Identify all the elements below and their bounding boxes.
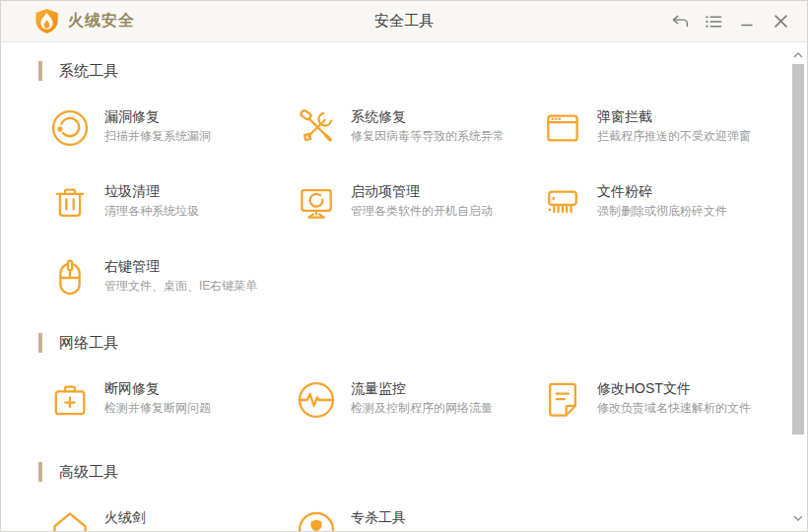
section-system-tools: 系统工具 漏洞修复 扫描并修复系统漏洞 — [1, 61, 807, 300]
tool-title: 系统修复 — [351, 109, 505, 124]
scroll-down-button[interactable] — [791, 511, 805, 525]
file-shred-icon — [541, 181, 584, 225]
menu-icon — [706, 15, 722, 29]
tool-title: 启动项管理 — [351, 184, 493, 199]
tool-network-fix[interactable]: 断网修复 检测并修复断网问题 — [48, 378, 295, 423]
startup-manage-icon — [295, 181, 338, 225]
tools-grid: 断网修复 检测并修复断网问题 流量监控 检测及控制程序的网络流量 — [48, 378, 807, 423]
minimize-icon — [741, 16, 753, 28]
tool-huorong-sword[interactable]: 火绒剑 — [48, 507, 295, 532]
tool-title: 断网修复 — [104, 381, 211, 396]
mouse-icon — [48, 256, 92, 299]
tool-startup-manage[interactable]: 启动项管理 管理各类软件的开机自启动 — [295, 181, 541, 226]
tool-traffic-monitor[interactable]: 流量监控 检测及控制程序的网络流量 — [295, 378, 541, 423]
titlebar: 火绒安全 安全工具 — [1, 1, 807, 42]
section-header: 网络工具 — [38, 333, 807, 353]
traffic-monitor-icon — [295, 378, 338, 422]
tool-desc: 检测及控制程序的网络流量 — [351, 402, 493, 415]
section-advanced-tools: 高级工具 火绒剑 — [1, 462, 807, 532]
tool-title: 右键管理 — [104, 259, 257, 274]
tool-desc: 管理各类软件的开机自启动 — [351, 205, 493, 218]
tool-title: 垃圾清理 — [104, 184, 199, 199]
menu-button[interactable] — [697, 2, 730, 41]
tool-vulnerability-fix[interactable]: 漏洞修复 扫描并修复系统漏洞 — [48, 106, 295, 151]
tool-title: 专杀工具 — [351, 510, 406, 525]
tools-grid: 漏洞修复 扫描并修复系统漏洞 — [48, 106, 807, 300]
close-icon — [774, 15, 787, 28]
tool-title: 修改HOST文件 — [597, 381, 751, 396]
tool-desc: 修复因病毒等导致的系统异常 — [351, 130, 505, 143]
system-repair-icon — [295, 106, 338, 150]
tool-title: 火绒剑 — [104, 510, 146, 525]
tool-desc: 拦截程序推送的不受欢迎弹窗 — [597, 130, 751, 143]
popup-block-icon — [541, 106, 584, 150]
first-aid-kit-icon — [48, 378, 92, 422]
tools-grid: 火绒剑 专杀工具 — [48, 507, 807, 532]
tool-popup-block[interactable]: 弹窗拦截 拦截程序推送的不受欢迎弹窗 — [541, 106, 787, 151]
section-bar — [38, 462, 42, 482]
brand: 火绒安全 — [34, 8, 135, 34]
chevron-up-icon — [793, 52, 803, 58]
scrollbar[interactable] — [791, 44, 805, 529]
minimize-button[interactable] — [730, 2, 764, 41]
window-controls — [663, 2, 797, 41]
huorong-logo-icon — [34, 8, 59, 34]
special-kill-icon — [295, 507, 338, 532]
page-title: 安全工具 — [374, 12, 434, 31]
tool-desc: 扫描并修复系统漏洞 — [104, 130, 211, 143]
scrollbar-thumb[interactable] — [792, 64, 804, 434]
tool-context-menu-manage[interactable]: 右键管理 管理文件、桌面、IE右键菜单 — [48, 256, 295, 300]
section-header: 高级工具 — [38, 462, 807, 482]
huorong-sword-icon — [48, 507, 92, 532]
huorong-security-window: 火绒安全 安全工具 — [0, 0, 808, 532]
tool-desc: 管理文件、桌面、IE右键菜单 — [104, 280, 257, 293]
tool-title: 流量监控 — [351, 381, 493, 396]
back-icon — [671, 15, 690, 28]
section-label: 高级工具 — [59, 463, 118, 482]
close-button[interactable] — [764, 2, 797, 41]
tool-desc: 强制删除或彻底粉碎文件 — [597, 205, 727, 218]
tool-system-repair[interactable]: 系统修复 修复因病毒等导致的系统异常 — [295, 106, 541, 151]
section-header: 系统工具 — [38, 61, 807, 81]
tool-host-file-edit[interactable]: 修改HOST文件 修改负责域名快速解析的文件 — [541, 378, 787, 423]
host-file-icon — [541, 378, 584, 422]
chevron-down-icon — [793, 515, 803, 521]
trash-icon — [48, 181, 92, 225]
scroll-up-button[interactable] — [791, 48, 805, 62]
vulnerability-fix-icon — [48, 106, 92, 150]
section-bar — [38, 61, 42, 81]
tools-content: 系统工具 漏洞修复 扫描并修复系统漏洞 — [1, 42, 807, 532]
tool-title: 弹窗拦截 — [597, 109, 751, 124]
tool-title: 文件粉碎 — [597, 184, 727, 199]
tool-title: 漏洞修复 — [104, 109, 211, 124]
brand-name: 火绒安全 — [68, 11, 135, 32]
tool-desc: 修改负责域名快速解析的文件 — [597, 402, 751, 415]
section-network-tools: 网络工具 断网修复 检测并修复断网问题 — [1, 333, 807, 423]
tool-desc: 清理各种系统垃圾 — [104, 205, 199, 218]
tool-desc: 检测并修复断网问题 — [104, 402, 211, 415]
section-bar — [38, 333, 42, 353]
tool-special-kill[interactable]: 专杀工具 — [295, 507, 541, 532]
tool-junk-clean[interactable]: 垃圾清理 清理各种系统垃圾 — [48, 181, 295, 226]
back-button[interactable] — [663, 2, 697, 41]
section-label: 网络工具 — [59, 334, 118, 353]
section-label: 系统工具 — [59, 62, 118, 81]
tool-file-shred[interactable]: 文件粉碎 强制删除或彻底粉碎文件 — [541, 181, 787, 226]
